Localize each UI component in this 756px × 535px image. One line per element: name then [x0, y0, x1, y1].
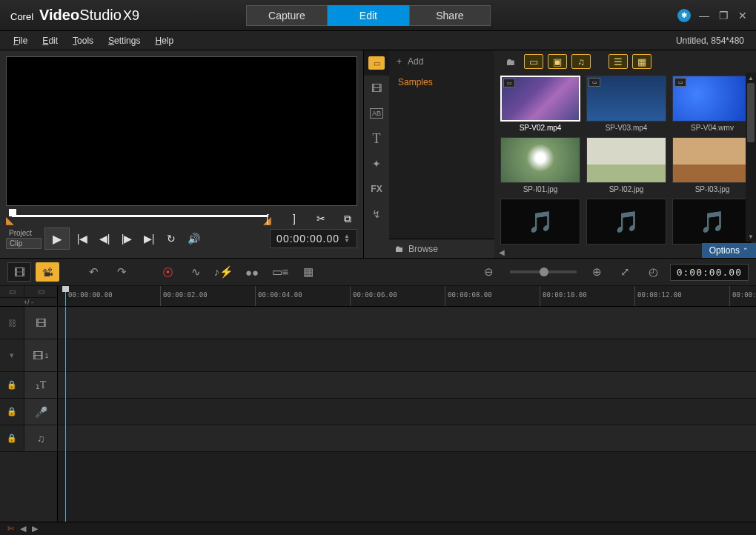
track-head-video[interactable]: ⛓ 🎞 [0, 307, 57, 339]
timeline-timecode[interactable]: 0:00:00.00 [670, 264, 749, 281]
lock-icon[interactable]: 🔒 [0, 380, 24, 390]
track-lane-music[interactable] [58, 425, 756, 452]
libtab-fx[interactable]: FX [364, 176, 389, 202]
scroll-up-icon[interactable]: ▲ [746, 73, 756, 83]
tab-edit[interactable]: Edit [328, 5, 409, 26]
duration-icon[interactable]: ◴ [642, 262, 666, 282]
tab-capture[interactable]: Capture [246, 5, 328, 26]
redo-button[interactable]: ↷ [110, 262, 133, 282]
prev-frame-button[interactable]: ◀| [95, 229, 114, 248]
libtab-title[interactable]: AB [364, 101, 389, 126]
track-head-voice[interactable]: 🔒 🎤 [0, 399, 57, 425]
thumbnail[interactable]: ▭SP-V03.mp4 [586, 76, 666, 136]
thumbnail[interactable]: SP-I03.jpg [672, 137, 752, 197]
track-head-title[interactable]: 🔒 ₁T [0, 372, 57, 399]
close-button[interactable]: ✕ [737, 10, 749, 21]
add-category-button[interactable]: + Add [389, 50, 494, 73]
menu-tools[interactable]: Tools [65, 33, 101, 48]
thumbnail[interactable]: 🎵 [586, 199, 666, 250]
preview-screen[interactable] [6, 56, 357, 206]
ruler-playhead[interactable] [65, 286, 66, 306]
auto-music-button[interactable]: ♪⚡ [212, 262, 236, 282]
timeline-playhead[interactable] [65, 307, 66, 522]
cloud-icon[interactable]: ✱ [677, 9, 691, 22]
menu-settings[interactable]: Settings [101, 33, 147, 48]
view-list-button[interactable]: ☰ [609, 54, 628, 69]
libtab-path[interactable]: ↯ [364, 202, 389, 227]
track-lane-overlay[interactable] [58, 339, 756, 372]
footer-tool-icon[interactable]: ✄ [7, 524, 14, 534]
thumbnail[interactable]: SP-I01.jpg [500, 137, 580, 197]
subtitle-button[interactable]: ▭≡ [268, 262, 292, 282]
track-lanes[interactable] [58, 307, 756, 522]
preview-timecode[interactable]: 00:00:00.00 ▲▼ [270, 229, 357, 248]
project-info: Untitled, 854*480 [676, 36, 750, 46]
mark-in-icon[interactable]: ◣ [6, 214, 14, 226]
track-add-remove[interactable]: +/ - [0, 297, 57, 306]
scroll-thumb[interactable] [747, 83, 755, 142]
zoom-in-button[interactable]: ⊕ [586, 262, 609, 282]
menu-help[interactable]: Help [147, 33, 181, 48]
timecode-stepper[interactable]: ▲▼ [344, 234, 351, 243]
motion-track-button[interactable]: ●● [240, 262, 264, 282]
mark-in-button[interactable]: [ [258, 209, 277, 228]
tab-share[interactable]: Share [409, 5, 491, 26]
timeline-view-button[interactable]: 📽 [36, 262, 59, 282]
fit-zoom-button[interactable]: ⤢ [614, 262, 637, 282]
track-head-music[interactable]: 🔒 ♫ [0, 425, 57, 452]
ruler-ticks[interactable]: 00:00:00.0000:00:02.0000:00:04.0000:00:0… [58, 286, 756, 306]
copy-attrs-button[interactable]: ⧉ [338, 209, 357, 228]
audio-mixer-button[interactable]: ∿ [184, 262, 208, 282]
zoom-knob[interactable] [540, 268, 548, 276]
zoom-slider[interactable] [510, 270, 577, 273]
minimize-button[interactable]: — [698, 10, 710, 21]
zoom-out-button[interactable]: ⊖ [477, 262, 501, 282]
track-lane-title[interactable] [58, 372, 756, 399]
libtab-media[interactable]: ▭ [364, 50, 389, 76]
multiview-button[interactable]: ▦ [296, 262, 320, 282]
record-button[interactable]: ⦿ [156, 262, 179, 282]
cut-button[interactable]: ✂ [311, 209, 331, 228]
options-button[interactable]: Options ⌃ [702, 243, 756, 258]
thumbnail[interactable]: ▭SP-V04.wmv [672, 76, 752, 136]
thumbnail[interactable]: ▭SP-V02.mp4 [500, 76, 580, 136]
footer-scroll-left-icon[interactable]: ◀ [20, 524, 26, 534]
track-lane-voice[interactable] [58, 399, 756, 425]
hscroll-left-icon[interactable]: ◀ [494, 247, 509, 258]
libtab-transition[interactable]: 🎞 [364, 76, 389, 101]
filter-audio-button[interactable]: ♫ [571, 54, 591, 69]
libtab-graphic[interactable]: ✦ [364, 151, 389, 176]
menu-file[interactable]: File [6, 33, 35, 48]
playback-mode[interactable]: Project Clip [6, 228, 42, 249]
thumbnail[interactable]: SP-I02.jpg [586, 137, 666, 197]
footer-scroll-right-icon[interactable]: ▶ [32, 524, 38, 534]
category-samples[interactable]: Samples [389, 73, 494, 92]
undo-button[interactable]: ↶ [82, 262, 105, 282]
filter-video-button[interactable]: ▭ [524, 54, 543, 69]
repeat-button[interactable]: ↻ [162, 229, 181, 248]
storyboard-view-button[interactable]: 🎞 [7, 262, 31, 282]
mark-out-button[interactable]: ] [285, 209, 304, 228]
menu-edit[interactable]: Edit [35, 33, 65, 48]
scrubber[interactable]: ◣ ◢ [ ] ✂ ⧉ [6, 207, 357, 225]
next-frame-button[interactable]: |▶ [117, 229, 136, 248]
view-grid-button[interactable]: ▦ [632, 54, 651, 69]
volume-button[interactable]: 🔊 [184, 229, 203, 248]
ruler-timeline-icon[interactable]: ▭ [24, 286, 57, 297]
track-lane-video[interactable] [58, 307, 756, 339]
go-end-button[interactable]: ▶| [139, 229, 159, 248]
scroll-down-icon[interactable]: ▼ [746, 231, 756, 242]
open-folder-button[interactable]: 🖿 [500, 54, 520, 69]
thumbnail[interactable]: 🎵 [500, 199, 580, 250]
library-scrollbar[interactable]: ▲ ▼ [746, 73, 756, 242]
play-button[interactable]: ▶ [44, 227, 70, 250]
maximize-button[interactable]: ❐ [717, 10, 729, 21]
ruler-storyboard-icon[interactable]: ▭ [0, 286, 24, 297]
libtab-text[interactable]: T [364, 126, 389, 151]
track-head-overlay[interactable]: ▾ 🎞1 [0, 339, 57, 372]
go-start-button[interactable]: |◀ [73, 229, 92, 248]
browse-button[interactable]: 🖿 Browse [389, 239, 494, 258]
filter-photo-button[interactable]: ▣ [548, 54, 567, 69]
track-link-icon[interactable]: ⛓ [0, 319, 24, 328]
scrub-track[interactable] [12, 215, 268, 217]
